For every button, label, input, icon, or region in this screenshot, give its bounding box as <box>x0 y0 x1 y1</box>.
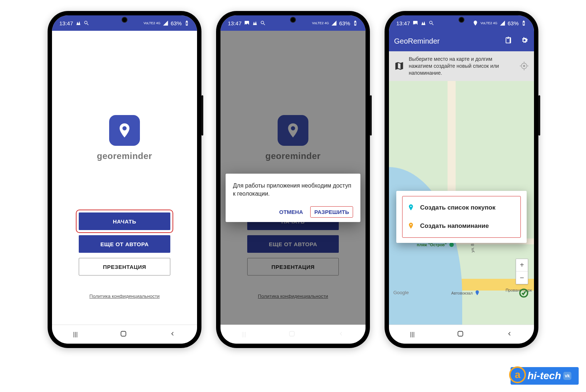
clipboard-icon[interactable] <box>504 36 512 46</box>
battery-icon <box>184 20 190 26</box>
create-shopping-list-item[interactable]: Создать список покупок <box>405 199 518 217</box>
app-indicator-icon <box>252 20 258 26</box>
app-logo <box>109 115 140 146</box>
nav-back-icon[interactable] <box>506 330 513 339</box>
permission-dialog: Для работы приложения необходим доступ к… <box>226 174 360 222</box>
map-icon <box>394 61 404 71</box>
android-navbar: ||| <box>220 325 366 344</box>
battery-label: 63% <box>171 20 182 26</box>
privacy-link[interactable]: Политика конфиденциальности <box>89 293 160 299</box>
hint-text: Выберите место на карте и долгим нажатие… <box>409 56 515 77</box>
map[interactable]: SKY JUMP Школа № 22 ул. 1 Мая ул. 8 Март… <box>389 81 534 325</box>
search-icon <box>429 20 434 26</box>
android-navbar: ||| <box>389 325 534 344</box>
status-time: 13:47 <box>228 20 242 26</box>
app-bar: GeoReminder <box>389 31 534 51</box>
network-label: VoLTE2 4G <box>481 22 497 25</box>
at-icon: a <box>509 366 526 383</box>
menu-item-label: Создать напоминание <box>420 222 489 230</box>
battery-icon <box>521 20 527 26</box>
front-camera <box>290 17 296 23</box>
battery-label: 63% <box>508 20 519 26</box>
nav-home-icon[interactable] <box>120 330 127 339</box>
google-attribution: Google <box>393 290 409 295</box>
presentation-button[interactable]: ПРЕЗЕНТАЦИЯ <box>79 258 170 275</box>
front-camera <box>122 17 127 23</box>
nav-recent-icon[interactable]: ||| <box>73 331 78 338</box>
start-button[interactable]: НАЧАТЬ <box>79 212 170 230</box>
app-indicator-icon <box>75 20 81 26</box>
target-marker-icon <box>519 288 529 298</box>
image-indicator-icon <box>244 20 250 26</box>
nav-home-icon[interactable] <box>288 330 296 339</box>
signal-icon <box>500 20 505 26</box>
create-reminder-item[interactable]: Создать напоминание <box>405 217 518 235</box>
app-indicator-icon <box>420 20 426 26</box>
battery-icon <box>352 20 358 26</box>
front-camera <box>459 17 464 23</box>
menu-item-label: Создать список покупок <box>420 204 496 211</box>
more-from-author-button[interactable]: ЕЩЕ ОТ АВТОРА <box>79 235 170 253</box>
search-icon <box>84 20 89 26</box>
nav-recent-icon[interactable]: ||| <box>242 331 246 338</box>
map-context-menu: Создать список покупок Создать напоминан… <box>396 191 527 243</box>
allow-button[interactable]: РАЗРЕШИТЬ <box>310 206 353 218</box>
app-bar-title: GeoReminder <box>394 37 440 45</box>
svg-point-3 <box>523 65 525 67</box>
poi-bus-station[interactable]: Автовокзал <box>451 290 481 296</box>
app-name: georeminder <box>97 151 152 161</box>
vk-icon: vk <box>563 372 571 380</box>
nav-back-icon[interactable] <box>338 330 344 339</box>
hint-bar: Выберите место на карте и долгим нажатие… <box>389 51 534 81</box>
locate-icon[interactable] <box>519 61 529 71</box>
nav-back-icon[interactable] <box>169 330 176 339</box>
android-navbar: ||| <box>52 325 197 344</box>
zoom-control: + − <box>516 259 528 284</box>
nav-recent-icon[interactable]: ||| <box>410 331 415 338</box>
settings-icon[interactable] <box>520 36 529 47</box>
phone-frame-2: 13:47 VoLTE2 4G 63% georeminde <box>216 11 370 348</box>
phone-frame-3: 13:47 VoLTE2 4G 63% GeoReminder <box>385 11 538 348</box>
signal-icon <box>163 20 168 26</box>
network-label: VoLTE2 4G <box>144 22 160 25</box>
image-indicator-icon <box>412 20 418 26</box>
network-label: VoLTE2 4G <box>312 22 329 25</box>
zoom-in-button[interactable]: + <box>516 259 528 271</box>
svg-rect-6 <box>458 331 463 336</box>
svg-rect-1 <box>290 331 294 336</box>
battery-label: 63% <box>339 20 350 26</box>
watermark-text: hi-tech <box>527 370 561 382</box>
search-icon <box>260 20 266 26</box>
nav-home-icon[interactable] <box>457 330 464 339</box>
location-icon <box>472 20 478 26</box>
svg-rect-0 <box>121 331 126 336</box>
watermark: a hi-tech vk <box>511 367 579 385</box>
svg-point-4 <box>449 243 454 247</box>
signal-icon <box>331 20 337 26</box>
dialog-message: Для работы приложения необходим доступ к… <box>233 182 353 198</box>
cancel-button[interactable]: ОТМЕНА <box>275 207 307 217</box>
status-time: 13:47 <box>396 20 410 26</box>
status-time: 13:47 <box>59 20 73 26</box>
phone-frame-1: 13:47 VoLTE2 4G 63% georeminder <box>48 11 201 348</box>
zoom-out-button[interactable]: − <box>516 271 528 284</box>
